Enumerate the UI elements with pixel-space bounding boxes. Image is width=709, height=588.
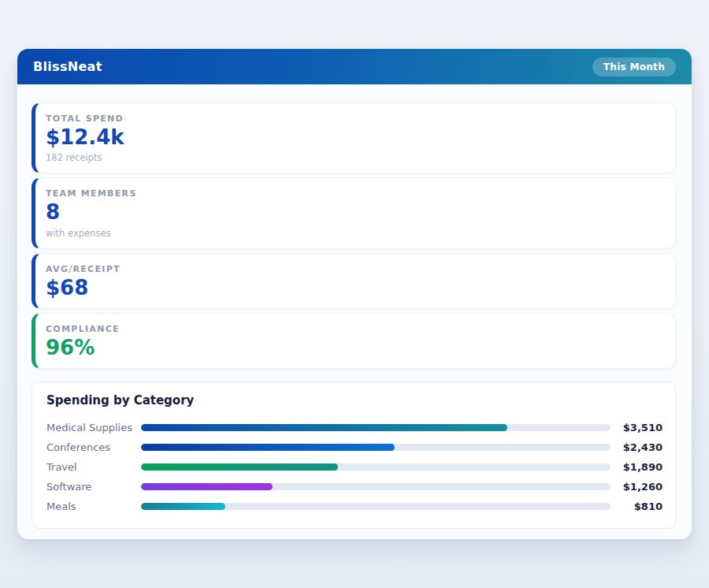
category-value: $810 [618, 501, 663, 512]
chart-title: Spending by Category [46, 393, 663, 408]
stat-label: AVG/RECEIPT [46, 264, 661, 274]
stat-label: COMPLIANCE [46, 324, 661, 334]
stat-value: $68 [46, 277, 661, 299]
category-row: Travel$1,890 [46, 457, 663, 477]
category-bar-track [141, 424, 611, 431]
app-title: BlissNeat [33, 59, 102, 74]
stat-label: TOTAL SPEND [46, 114, 661, 124]
dashboard-body: TOTAL SPEND$12.4k182 receiptsTEAM MEMBER… [17, 84, 692, 546]
category-value: $1,890 [618, 461, 663, 473]
category-bar-fill [141, 463, 338, 471]
category-value: $1,260 [618, 481, 663, 493]
period-badge[interactable]: This Month [592, 58, 676, 76]
category-bar-fill [141, 483, 273, 490]
spending-by-category-card: Spending by Category Medical Supplies$3,… [32, 381, 676, 529]
category-bar-track [141, 444, 611, 451]
dashboard-card: BlissNeat This Month TOTAL SPEND$12.4k18… [17, 49, 692, 539]
stat-card-avg-receipt: AVG/RECEIPT$68 [32, 253, 676, 309]
category-label: Software [46, 481, 141, 493]
stat-card-compliance: COMPLIANCE96% [32, 313, 676, 369]
category-label: Conferences [46, 441, 141, 453]
category-row: Conferences$2,430 [46, 437, 663, 457]
stat-label: TEAM MEMBERS [46, 188, 661, 199]
stat-subtext: with expenses [46, 228, 661, 239]
category-label: Medical Supplies [46, 422, 141, 434]
category-row: Medical Supplies$3,510 [46, 418, 663, 437]
stat-value: 96% [46, 337, 661, 359]
chart-rows: Medical Supplies$3,510Conferences$2,430T… [46, 418, 663, 516]
category-bar-fill [141, 503, 225, 510]
stat-subtext: 182 receipts [46, 152, 661, 163]
category-bar-track [141, 503, 611, 510]
stat-card-team-members: TEAM MEMBERS8with expenses [32, 177, 676, 248]
stats-list: TOTAL SPEND$12.4k182 receiptsTEAM MEMBER… [32, 102, 676, 369]
stat-card-total-spend: TOTAL SPEND$12.4k182 receipts [32, 102, 676, 173]
category-bar-track [141, 483, 611, 490]
category-bar-fill [141, 444, 395, 451]
category-value: $3,510 [618, 422, 663, 434]
stat-value: $12.4k [46, 127, 661, 148]
category-label: Meals [46, 501, 141, 512]
category-bar-fill [141, 424, 507, 431]
category-value: $2,430 [618, 441, 663, 453]
category-row: Software$1,260 [46, 477, 663, 497]
stat-value: 8 [46, 202, 661, 223]
category-bar-track [141, 463, 611, 471]
category-label: Travel [46, 461, 141, 473]
app-header: BlissNeat This Month [17, 49, 692, 84]
page-background: BlissNeat This Month TOTAL SPEND$12.4k18… [0, 0, 709, 588]
category-row: Meals$810 [46, 497, 663, 516]
